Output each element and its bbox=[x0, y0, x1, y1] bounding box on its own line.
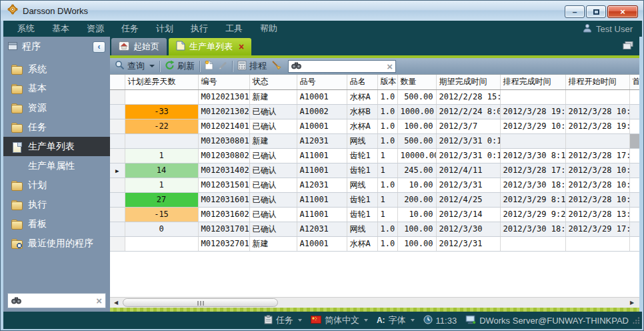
table-row-2[interactable]: ▶ -22 M012021401 已确认 A10001 水杯A 1.0 100.… bbox=[110, 119, 639, 133]
column-header-2[interactable]: 状态 bbox=[249, 75, 297, 89]
sidebar-item-1[interactable]: 基本 bbox=[3, 79, 110, 98]
menu-item-3[interactable]: 任务 bbox=[113, 23, 147, 33]
sidebar-item-8[interactable]: 看板 bbox=[3, 214, 110, 234]
table-row-4[interactable]: ▶ 1 M012030802 已确认 A11001 齿轮1 1 10000.00… bbox=[110, 148, 639, 163]
cell-scheduled-start: 2012/3/28 10:52 bbox=[565, 163, 629, 178]
table-row-3[interactable]: ▶ M012030801 新建 A12031 网线 1.0 500.00 201… bbox=[110, 133, 639, 148]
title-bar[interactable]: Darsson DWorks – × bbox=[1, 1, 644, 21]
toolbar-search-input[interactable] bbox=[304, 61, 384, 71]
scrollbar-thumb[interactable] bbox=[123, 298, 278, 307]
row-indicator-cell: ▶ bbox=[110, 222, 125, 236]
menu-item-7[interactable]: 帮助 bbox=[251, 23, 286, 33]
toolbar-search-clear-icon[interactable]: × bbox=[387, 61, 393, 71]
language-menu[interactable]: 简体中文 bbox=[311, 314, 368, 326]
sidebar-item-7[interactable]: 执行 bbox=[3, 195, 110, 214]
menu-item-4[interactable]: 计划 bbox=[147, 23, 182, 33]
font-menu[interactable]: A: 字体 bbox=[377, 314, 415, 326]
sidebar-collapse-button[interactable]: ‹ bbox=[93, 41, 105, 53]
cell-code: M012032701 bbox=[198, 236, 249, 251]
window-title: Darsson DWorks bbox=[23, 6, 88, 16]
sidebar-header-label: 程序 bbox=[22, 41, 41, 53]
table-row-1[interactable]: ▶ -33 M012021302 已确认 A10002 水杯B 1.0 1000… bbox=[110, 104, 639, 119]
tree-item-icon bbox=[11, 103, 23, 113]
cell-item-no: A11001 bbox=[297, 148, 347, 163]
column-header-6[interactable]: 数量 bbox=[397, 75, 436, 89]
menu-item-0[interactable]: 系统 bbox=[9, 23, 43, 33]
horizontal-scrollbar[interactable]: ◀ ▶ bbox=[110, 297, 639, 308]
table-row-8[interactable]: ▶ -15 M012031602 已确认 A11001 齿轮1 1 10.00 … bbox=[110, 207, 639, 222]
column-header-3[interactable]: 品号 bbox=[297, 75, 347, 89]
cell-quantity: 100.00 bbox=[397, 222, 436, 236]
cell-diff-days: -15 bbox=[125, 207, 198, 222]
tree-item-icon bbox=[11, 142, 23, 151]
column-header-10[interactable]: 首 bbox=[629, 75, 639, 89]
cell-item-name: 网线 bbox=[347, 222, 377, 236]
sidebar-item-0[interactable]: 系统 bbox=[3, 59, 110, 79]
schedule-button[interactable]: 排程 bbox=[237, 60, 267, 72]
query-button[interactable]: 查询 bbox=[115, 60, 155, 72]
sidebar-item-3[interactable]: 任务 bbox=[3, 117, 110, 137]
scroll-right-icon[interactable]: ▶ bbox=[627, 298, 637, 308]
cell-version: 1.0 bbox=[377, 119, 397, 133]
cell-item-no: A11001 bbox=[297, 163, 347, 178]
query-label: 查询 bbox=[127, 60, 145, 72]
cell-expected-finish: 2012/3/30 bbox=[436, 222, 500, 236]
cell-expected-finish: 2012/4/11 bbox=[436, 163, 500, 178]
sidebar-item-6[interactable]: 计划 bbox=[3, 176, 110, 195]
monitor-icon bbox=[465, 315, 476, 326]
sidebar-search-clear-icon[interactable]: × bbox=[96, 296, 102, 306]
tab-start-page[interactable]: 起始页 bbox=[111, 38, 167, 55]
sidebar-item-4[interactable]: 生产单列表 bbox=[3, 137, 110, 156]
table-row-10[interactable]: ▶ M012032701 新建 A10001 水杯A 1.0 100.00 20… bbox=[110, 236, 639, 251]
tree-item-label: 执行 bbox=[28, 199, 47, 211]
cell-scheduled-start: 2012/3/28 13:40 bbox=[565, 207, 629, 222]
new-document-button[interactable] bbox=[205, 60, 213, 72]
sidebar-item-9[interactable]: 最近使用的程序 bbox=[3, 234, 110, 253]
task-menu[interactable]: 任务 bbox=[264, 314, 302, 326]
user-menu[interactable]: Test User bbox=[583, 23, 642, 35]
column-header-4[interactable]: 品名 bbox=[347, 75, 377, 89]
minimize-button[interactable]: – bbox=[565, 5, 585, 18]
menu-item-2[interactable]: 资源 bbox=[78, 23, 113, 33]
chevron-down-icon bbox=[149, 65, 155, 67]
tab-production-order-list[interactable]: 生产单列表 × bbox=[169, 38, 251, 55]
clean-button[interactable] bbox=[271, 60, 281, 72]
cell-overflow: # bbox=[629, 133, 639, 148]
column-header-8[interactable]: 排程完成时间 bbox=[500, 75, 565, 89]
column-header-0[interactable]: 计划差异天数 bbox=[125, 75, 198, 89]
cell-quantity: 10000.00 bbox=[397, 148, 436, 163]
tab-list-icon[interactable] bbox=[623, 40, 633, 52]
sidebar-item-2[interactable]: 资源 bbox=[3, 98, 110, 117]
cell-diff-days: 1 bbox=[125, 148, 198, 163]
table-row-0[interactable]: ▶ M012021301 新建 A10001 水杯A 1.0 500.00 20… bbox=[110, 89, 639, 104]
table-row-7[interactable]: ▶ 27 M012031601 已确认 A11001 齿轮1 1 200.00 … bbox=[110, 192, 639, 207]
cell-quantity: 10.00 bbox=[397, 178, 436, 192]
maximize-button[interactable] bbox=[586, 5, 606, 18]
menu-item-5[interactable]: 执行 bbox=[182, 23, 217, 33]
tab-close-icon[interactable]: × bbox=[239, 42, 244, 51]
column-header-1[interactable]: 编号 bbox=[198, 75, 249, 89]
scroll-left-icon[interactable]: ◀ bbox=[111, 298, 121, 308]
menu-item-6[interactable]: 工具 bbox=[217, 23, 251, 33]
table-row-6[interactable]: ▶ 1 M012031501 已确认 A12031 网线 1.0 10.00 2… bbox=[110, 178, 639, 192]
cell-expected-finish: 2012/3/31 bbox=[436, 236, 500, 251]
cell-quantity: 500.00 bbox=[397, 89, 436, 104]
resize-grip[interactable] bbox=[632, 316, 640, 326]
cell-scheduled-finish: 2012/3/29 10:20 bbox=[500, 119, 565, 133]
cell-scheduled-finish bbox=[500, 133, 565, 148]
menu-item-1[interactable]: 基本 bbox=[43, 23, 78, 33]
close-button[interactable]: × bbox=[607, 5, 638, 18]
sidebar-search-input[interactable] bbox=[25, 296, 93, 306]
column-header-9[interactable]: 排程开始时间 bbox=[565, 75, 629, 89]
table-row-9[interactable]: ▶ 0 M012031701 已确认 A12031 网线 1.0 100.00 … bbox=[110, 222, 639, 236]
column-header-5[interactable]: 版本 bbox=[377, 75, 397, 89]
sidebar-item-5[interactable]: 生产单属性 bbox=[3, 156, 110, 176]
cell-version: 1.0 bbox=[377, 89, 397, 104]
cell-scheduled-finish bbox=[500, 89, 565, 104]
refresh-button[interactable]: 刷新 bbox=[165, 60, 195, 72]
column-header-7[interactable]: 期望完成时间 bbox=[436, 75, 500, 89]
table-row-5[interactable]: ▶ 14 M012031402 已确认 A11001 齿轮1 1 245.00 … bbox=[110, 163, 639, 178]
edit-button[interactable] bbox=[218, 61, 227, 72]
cell-version: 1.0 bbox=[377, 222, 397, 236]
tree-item-label: 生产单属性 bbox=[28, 160, 75, 172]
